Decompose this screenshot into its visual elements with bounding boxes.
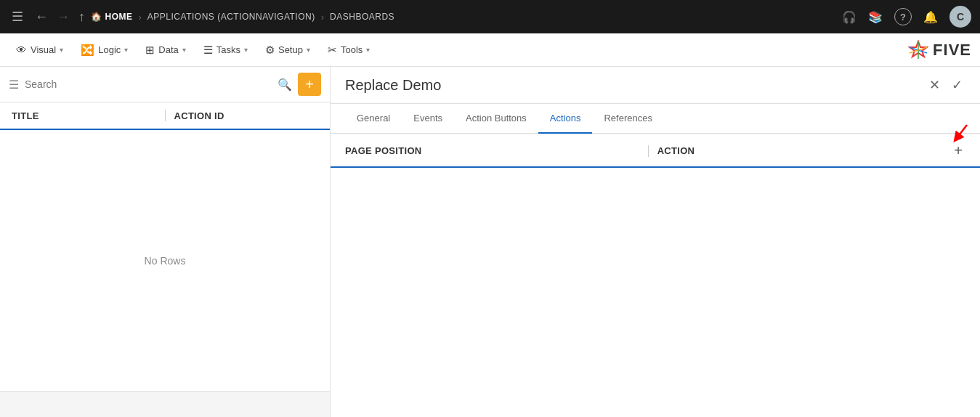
- breadcrumb-nav: ← → ↑ 🏠 HOME › APPLICATIONS (ACTIONNAVIG…: [32, 8, 394, 26]
- breadcrumb-page[interactable]: DASHBOARDS: [330, 12, 394, 22]
- main-content: ☰ 🔍 + Title Action ID No Rows Replace De…: [0, 67, 980, 417]
- tools-label: Tools: [341, 44, 363, 55]
- setup-caret: ▾: [307, 46, 310, 54]
- tools-icon: ✂: [328, 44, 337, 57]
- visual-caret: ▾: [60, 46, 63, 54]
- secondary-nav: 👁 Visual ▾ 🔀 Logic ▾ ⊞ Data ▾ ☰ Tasks ▾ …: [0, 33, 980, 67]
- breadcrumb-app[interactable]: APPLICATIONS (ACTIONNAVIGATION): [147, 12, 315, 22]
- left-panel: ☰ 🔍 + Title Action ID No Rows: [0, 67, 331, 417]
- setup-label: Setup: [278, 44, 303, 55]
- visual-label: Visual: [31, 44, 56, 55]
- help-icon[interactable]: ?: [894, 8, 912, 25]
- col-title-header: Title: [12, 110, 156, 121]
- breadcrumb-home[interactable]: 🏠 HOME: [91, 12, 133, 22]
- filter-icon: ☰: [9, 78, 19, 92]
- search-bar: ☰ 🔍 +: [0, 67, 330, 102]
- back-button[interactable]: ←: [32, 8, 51, 26]
- user-avatar[interactable]: C: [949, 6, 971, 28]
- logic-caret: ▾: [124, 46, 128, 54]
- sec-nav-items: 👁 Visual ▾ 🔀 Logic ▾ ⊞ Data ▾ ☰ Tasks ▾ …: [9, 39, 377, 61]
- nav-item-data[interactable]: ⊞ Data ▾: [138, 39, 193, 61]
- col-page-position-header: Page Position: [345, 145, 639, 156]
- right-panel-header: Replace Demo ✕ ✓: [331, 67, 980, 104]
- actions-table-body: [331, 168, 980, 417]
- five-logo: FIVE: [908, 40, 971, 60]
- tasks-icon: ☰: [203, 44, 213, 57]
- five-logo-text: FIVE: [933, 41, 971, 60]
- top-bar-left: ☰ ← → ↑ 🏠 HOME › APPLICATIONS (ACTIONNAV…: [9, 7, 394, 26]
- menu-icon[interactable]: ☰: [9, 7, 26, 26]
- tab-events[interactable]: Events: [402, 104, 454, 134]
- data-caret: ▾: [182, 46, 186, 54]
- col-divider-right: [648, 145, 649, 157]
- col-action-header: Action: [657, 145, 952, 156]
- close-button[interactable]: ✕: [926, 76, 943, 94]
- nav-item-tools[interactable]: ✂ Tools ▾: [320, 39, 377, 61]
- top-bar: ☰ ← → ↑ 🏠 HOME › APPLICATIONS (ACTIONNAV…: [0, 0, 980, 33]
- top-bar-right: 🎧 📚 ? 🔔 C: [842, 6, 971, 28]
- search-icon: 🔍: [278, 78, 292, 92]
- notification-icon[interactable]: 🔔: [923, 10, 938, 24]
- data-icon: ⊞: [145, 44, 155, 57]
- tab-action-buttons[interactable]: Action Buttons: [454, 104, 538, 134]
- actions-table-header: Page Position Action +: [331, 135, 980, 168]
- nav-item-logic[interactable]: 🔀 Logic ▾: [73, 39, 135, 61]
- left-table-header: Title Action ID: [0, 102, 330, 130]
- tools-caret: ▾: [366, 46, 370, 54]
- nav-item-setup[interactable]: ⚙ Setup ▾: [258, 39, 317, 61]
- home-icon: 🏠: [91, 12, 102, 22]
- headset-icon[interactable]: 🎧: [842, 10, 857, 24]
- add-button[interactable]: +: [298, 73, 321, 96]
- col-action-id-header: Action ID: [174, 110, 319, 121]
- tab-general[interactable]: General: [345, 104, 402, 134]
- breadcrumb-sep-2: ›: [321, 12, 324, 23]
- confirm-button[interactable]: ✓: [949, 76, 965, 94]
- nav-item-tasks[interactable]: ☰ Tasks ▾: [196, 39, 255, 61]
- logic-label: Logic: [98, 44, 121, 55]
- breadcrumb-sep-1: ›: [139, 12, 142, 23]
- right-panel: Replace Demo ✕ ✓ General Events Action B…: [331, 67, 980, 417]
- nav-item-visual[interactable]: 👁 Visual ▾: [9, 39, 70, 60]
- tasks-label: Tasks: [216, 44, 240, 55]
- forward-button[interactable]: →: [54, 8, 73, 26]
- setup-icon: ⚙: [265, 44, 275, 57]
- no-rows-message: No Rows: [0, 130, 330, 391]
- visual-icon: 👁: [16, 44, 27, 56]
- data-label: Data: [158, 44, 178, 55]
- header-action-buttons: ✕ ✓: [926, 76, 965, 94]
- search-input[interactable]: [25, 78, 272, 90]
- tab-actions[interactable]: Actions: [538, 104, 593, 134]
- form-title: Replace Demo: [345, 77, 441, 94]
- logic-icon: 🔀: [81, 44, 94, 57]
- books-icon[interactable]: 📚: [868, 10, 883, 24]
- up-button[interactable]: ↑: [76, 8, 88, 26]
- tabs-bar: General Events Action Buttons Actions Re…: [331, 104, 980, 134]
- left-panel-footer: [0, 391, 330, 417]
- five-logo-icon: [908, 40, 928, 60]
- tab-references[interactable]: References: [592, 104, 663, 134]
- tasks-caret: ▾: [244, 46, 248, 54]
- add-row-button[interactable]: +: [951, 142, 965, 159]
- col-divider: [165, 110, 166, 121]
